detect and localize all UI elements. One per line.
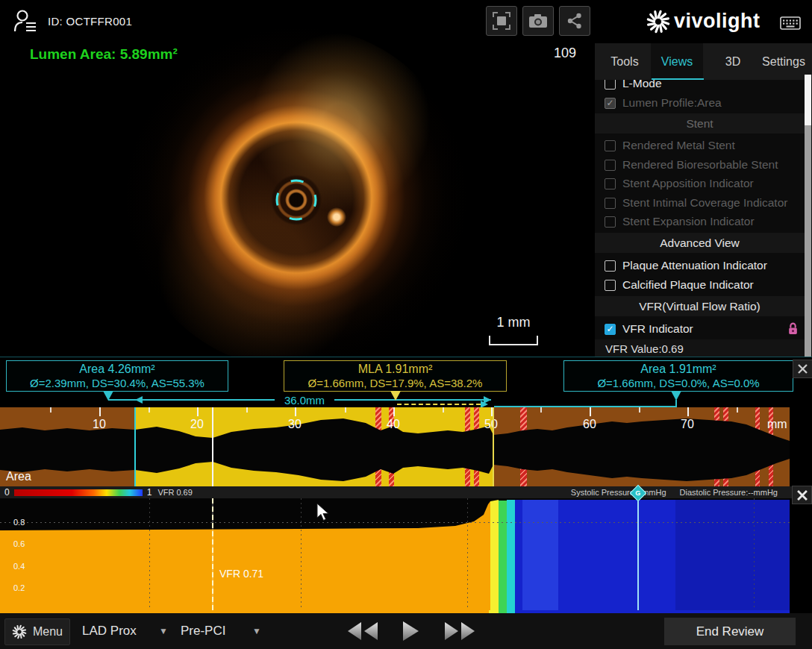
views-item-lumen-profile-area: ✓Lumen Profile:Area [595, 94, 804, 112]
views-item-stent-intimal-coverage-indicator: Stent Intimal Coverage Indicator [595, 194, 804, 212]
views-item-plaque-attenuation-indicator[interactable]: Plaque Attenuation Indicator [595, 257, 804, 275]
views-item-calcified-plaque-indicator[interactable]: Calcified Plaque Indicator [595, 276, 804, 294]
unchecked-checkbox[interactable] [605, 260, 616, 272]
gridline-0.8 [0, 522, 790, 523]
tab-3d[interactable]: 3D [714, 43, 752, 80]
vfr-ytick-0.2: 0.2 [13, 583, 25, 592]
unchecked-checkbox [605, 178, 616, 189]
close-vfr-button[interactable] [792, 486, 812, 504]
vivolight-logo-icon [646, 9, 671, 34]
panel-scrollbar[interactable] [805, 75, 811, 357]
brand-name: vivolight [674, 10, 761, 33]
scale-label: 1 mm [484, 315, 543, 330]
panel-tabs: Tools Views 3D Settings [595, 43, 812, 80]
views-item-label: Plaque Attenuation Indicator [622, 259, 767, 272]
phase-dropdown[interactable]: Pre-PCI▼ [181, 613, 261, 649]
gridline-v4 [754, 498, 755, 610]
brand-header: vivolight [595, 0, 812, 43]
colorbar-min: 0 [4, 487, 10, 498]
snapshot-button[interactable] [522, 6, 554, 36]
mla-box[interactable]: MLA 1.91mm² Ø=1.66mm, DS=17.9%, AS=38.2% [284, 360, 507, 392]
views-item-label: Rendered Metal Stent [622, 139, 735, 152]
section-header-advanced-view: Advanced View [595, 233, 805, 253]
ruler-label-50: 50 [484, 418, 498, 431]
gridline-v3 [467, 498, 468, 610]
span-length-label: 36.0mm [275, 394, 334, 407]
chevron-down-icon: ▼ [159, 626, 168, 636]
ruler-label-30: 30 [288, 418, 302, 431]
tab-views[interactable]: Views [651, 43, 703, 80]
views-item-rendered-bioresorbable-stent: Rendered Bioresorbable Stent [595, 156, 804, 174]
ruler-minor-tick [443, 407, 444, 413]
play-button[interactable] [402, 620, 419, 642]
panel-scrollbar-thumb[interactable] [805, 75, 811, 125]
ruler-label-20: 20 [190, 418, 204, 431]
current-frame-line-vfr[interactable] [212, 498, 213, 610]
views-item-label: Rendered Bioresorbable Stent [622, 158, 778, 172]
ruler-minor-tick [246, 407, 248, 413]
bottom-toolbar: Menu LAD Prox▼ Pre-PCI▼ End Review [0, 613, 812, 649]
vfr-value-label: VFR 0.69 [157, 488, 192, 497]
views-options-list: L-Mode✓Lumen Profile:AreaStentRendered M… [595, 80, 812, 357]
rewind-button[interactable] [346, 620, 379, 642]
roi-right-boundary[interactable] [493, 407, 494, 486]
span-arrow-left [135, 396, 143, 404]
vfr-colorbar [14, 489, 143, 496]
share-icon [566, 12, 584, 30]
lock-icon [787, 322, 799, 335]
vfr-at-cursor: VFR 0.71 [219, 568, 263, 580]
frame-number: 109 [531, 46, 576, 61]
right-panel: vivolight L-Mode✓Lumen Profile:AreaStent… [595, 0, 812, 357]
current-frame-line-profile[interactable] [212, 407, 213, 486]
tab-settings[interactable]: Settings [758, 43, 810, 80]
scale-bar [489, 336, 538, 345]
views-item-l-mode[interactable]: L-Mode [595, 80, 804, 93]
oct-viewport[interactable]: ID: OCTFFR001 Lumen Area: 5.89mm² 109 [0, 0, 595, 357]
end-review-button[interactable]: End Review [664, 618, 796, 645]
views-item-vfr-indicator[interactable]: ✓VFR Indicator [595, 320, 804, 338]
menu-spinner-icon [12, 624, 27, 639]
checked-checkbox[interactable]: ✓ [605, 324, 616, 335]
views-item-label: Calcified Plaque Indicator [622, 278, 754, 292]
ruler-tick-70 [687, 407, 689, 416]
guide-marker-line [637, 498, 639, 610]
colorbar-max: 1 [147, 487, 152, 498]
close-measure-row-button[interactable] [793, 360, 812, 378]
fullscreen-button[interactable] [486, 6, 517, 36]
ruler-minor-tick [737, 407, 738, 413]
patient-icon [13, 9, 39, 33]
unchecked-checkbox [605, 198, 616, 209]
views-item-stent-apposition-indicator: Stent Apposition Indicator [595, 175, 804, 192]
tab-tools[interactable]: Tools [602, 43, 647, 80]
keyboard-icon[interactable] [780, 16, 801, 30]
views-item-label: Lumen Profile:Area [622, 96, 722, 110]
ruler-minor-tick [345, 407, 346, 413]
views-item-label: VFR Indicator [622, 322, 693, 336]
mla-dashed-line [397, 404, 481, 405]
unchecked-checkbox [605, 140, 616, 151]
ruler-minor-tick [50, 407, 51, 413]
views-item-label: Stent Intimal Coverage Indicator [622, 196, 787, 210]
unchecked-checkbox [605, 216, 616, 228]
gridline-v2 [301, 498, 302, 610]
distal-reference-box[interactable]: Area 1.91mm² Ø=1.66mm, DS=0.0%, AS=0.0% [563, 360, 793, 392]
lumen-area-readout: Lumen Area: 5.89mm² [30, 46, 178, 63]
profile-unit-label: mm [767, 418, 787, 431]
share-button[interactable] [559, 6, 590, 36]
vfr-colormap [0, 498, 790, 610]
measurement-row: Area 4.26mm² Ø=2.39mm, DS=30.4%, AS=55.3… [0, 357, 812, 408]
unchecked-checkbox [605, 160, 616, 171]
vfr-value-readout: VFR Value:0.69 [595, 339, 805, 357]
lumen-profile-chart[interactable]: 10203040506070 Area mm [0, 407, 790, 486]
proximal-reference-box[interactable]: Area 4.26mm² Ø=2.39mm, DS=30.4%, AS=55.3… [6, 360, 228, 392]
fast-forward-button[interactable] [443, 620, 476, 642]
unchecked-checkbox[interactable] [605, 280, 616, 291]
ruler-minor-tick [639, 407, 640, 413]
menu-button[interactable]: Menu [4, 618, 70, 645]
roi-left-boundary[interactable] [134, 407, 136, 486]
vfr-pullback-map[interactable]: 0.80.60.40.2 [0, 498, 790, 610]
ruler-label-70: 70 [681, 418, 694, 431]
unchecked-checkbox[interactable] [605, 80, 616, 90]
vessel-dropdown[interactable]: LAD Prox▼ [82, 613, 168, 649]
vivolight-oct-app: ID: OCTFFR001 Lumen Area: 5.89mm² 109 [0, 0, 812, 649]
